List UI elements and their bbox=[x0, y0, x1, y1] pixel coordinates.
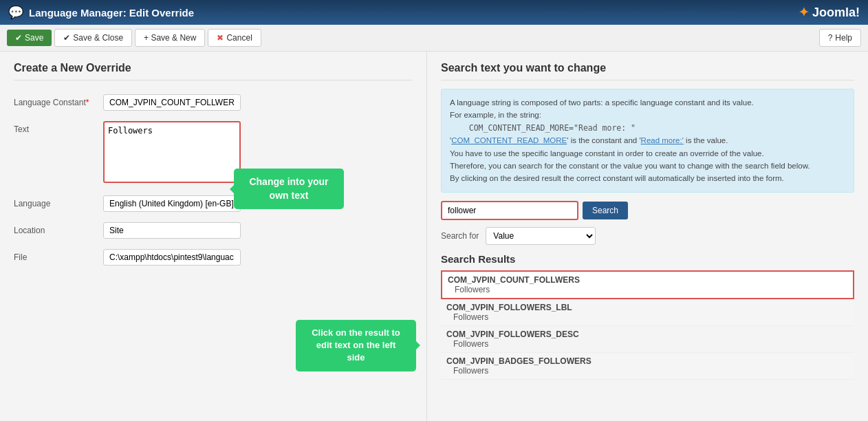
checkmark-icon: ✔ bbox=[63, 33, 70, 43]
right-panel: Search text you want to change A languag… bbox=[426, 52, 868, 421]
text-area-wrapper: Followers bbox=[103, 121, 241, 185]
search-for-select[interactable]: Value Constant Both bbox=[486, 227, 596, 245]
result-constant: COM_JVPIN_COUNT_FOLLWERS bbox=[448, 275, 847, 285]
save-new-button[interactable]: + Save & New bbox=[135, 29, 205, 47]
search-input[interactable] bbox=[441, 201, 578, 220]
save-close-button[interactable]: ✔ Save & Close bbox=[54, 29, 132, 47]
right-section-title: Search text you want to change bbox=[441, 62, 854, 80]
result-item[interactable]: COM_JVPIN_FOLLOWERS_LBL Followers bbox=[441, 299, 854, 326]
language-group: Language bbox=[14, 195, 413, 212]
language-icon: 💬 bbox=[8, 5, 23, 20]
constant-link[interactable]: COM_CONTENT_READ_MORE bbox=[451, 136, 567, 144]
help-icon: ? bbox=[828, 33, 833, 43]
callout-change: Change into your own text bbox=[234, 169, 344, 209]
cancel-label: Cancel bbox=[226, 33, 252, 43]
help-button[interactable]: ? Help bbox=[819, 29, 861, 47]
location-input[interactable] bbox=[103, 222, 241, 239]
search-for-label: Search for bbox=[441, 231, 479, 241]
language-constant-input[interactable] bbox=[103, 94, 241, 111]
app-title: Language Manager: Edit Override bbox=[29, 7, 194, 19]
joomla-logo-icon: ✦ bbox=[799, 6, 809, 19]
results-list: COM_JVPIN_COUNT_FOLLWERS Followers COM_J… bbox=[441, 270, 854, 380]
language-constant-label: Language Constant* bbox=[14, 94, 103, 107]
result-value: Followers bbox=[448, 285, 847, 294]
callout-click: Click on the result to edit text on the … bbox=[296, 320, 416, 371]
language-constant-group: Language Constant* bbox=[14, 94, 413, 111]
save-close-label: Save & Close bbox=[73, 33, 123, 43]
file-group: File bbox=[14, 249, 413, 266]
result-item[interactable]: COM_JVPIN_COUNT_FOLLWERS Followers bbox=[441, 270, 854, 299]
save-label: Save bbox=[25, 33, 43, 43]
left-section-title: Create a New Override bbox=[14, 62, 413, 80]
location-group: Location bbox=[14, 222, 413, 239]
search-row: Search bbox=[441, 201, 854, 220]
info-box: A language string is composed of two par… bbox=[441, 89, 854, 193]
text-group: Text Followers bbox=[14, 121, 413, 185]
left-panel: Create a New Override Language Constant*… bbox=[0, 52, 426, 421]
location-label: Location bbox=[14, 222, 103, 235]
file-input[interactable] bbox=[103, 249, 241, 266]
language-label: Language bbox=[14, 195, 103, 208]
result-value: Followers bbox=[446, 339, 849, 349]
joomla-logo-text: Joomla! bbox=[812, 6, 860, 19]
help-label: Help bbox=[835, 33, 852, 43]
app-header: 💬 Language Manager: Edit Override ✦ Joom… bbox=[0, 0, 868, 25]
result-value: Followers bbox=[446, 366, 849, 376]
search-for-row: Search for Value Constant Both bbox=[441, 227, 854, 245]
toolbar: ✔ Save ✔ Save & Close + Save & New ✖ Can… bbox=[0, 25, 868, 52]
main-container: Create a New Override Language Constant*… bbox=[0, 52, 868, 421]
header-title-area: 💬 Language Manager: Edit Override bbox=[8, 5, 194, 20]
cancel-icon: ✖ bbox=[217, 33, 224, 43]
result-constant: COM_JVPIN_BADGES_FOLLOWERS bbox=[446, 356, 849, 366]
search-button[interactable]: Search bbox=[583, 202, 628, 219]
save-button[interactable]: ✔ Save bbox=[7, 30, 52, 46]
text-label: Text bbox=[14, 121, 103, 134]
result-constant: COM_JVPIN_FOLLOWERS_DESC bbox=[446, 330, 849, 339]
save-icon: ✔ bbox=[15, 33, 22, 43]
result-item[interactable]: COM_JVPIN_BADGES_FOLLOWERS Followers bbox=[441, 353, 854, 380]
value-link[interactable]: Read more:' bbox=[641, 136, 684, 144]
result-value: Followers bbox=[446, 312, 849, 322]
joomla-logo: ✦ Joomla! bbox=[799, 5, 860, 20]
result-constant: COM_JVPIN_FOLLOWERS_LBL bbox=[446, 303, 849, 312]
result-item[interactable]: COM_JVPIN_FOLLOWERS_DESC Followers bbox=[441, 326, 854, 353]
save-new-label: + Save & New bbox=[144, 33, 196, 43]
file-label: File bbox=[14, 249, 103, 262]
results-title: Search Results bbox=[441, 253, 854, 265]
text-input[interactable]: Followers bbox=[103, 121, 241, 183]
language-input[interactable] bbox=[103, 195, 241, 212]
cancel-button[interactable]: ✖ Cancel bbox=[208, 29, 261, 47]
